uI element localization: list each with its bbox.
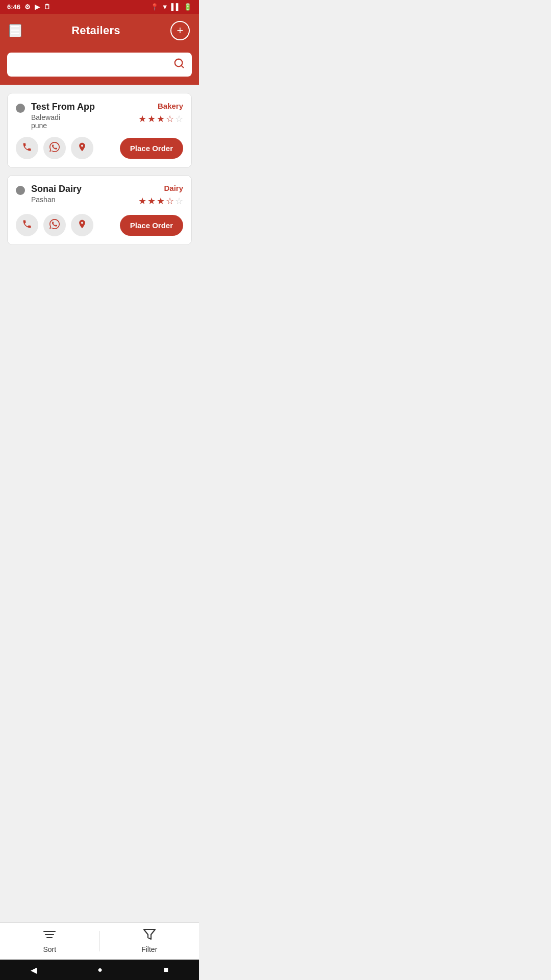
status-dot-1 bbox=[16, 104, 25, 113]
header: ☰ Retailers + bbox=[0, 14, 199, 47]
signal-icon: ▌▌ bbox=[171, 3, 181, 11]
svg-line-1 bbox=[181, 65, 183, 67]
retailer-card-2: Sonai Dairy Pashan Dairy ★ ★ ★ ☆ ☆ bbox=[7, 175, 192, 245]
shield-icon: ▶ bbox=[35, 3, 40, 11]
category-label-2: Dairy bbox=[164, 184, 183, 192]
retailer-city-1: pune bbox=[31, 121, 132, 130]
status-time: 6:46 bbox=[7, 3, 20, 11]
star-1-4: ☆ bbox=[166, 113, 174, 125]
clipboard-icon: 🗒 bbox=[44, 3, 51, 11]
place-order-button-1[interactable]: Place Order bbox=[120, 138, 183, 159]
location-button-1[interactable] bbox=[71, 137, 93, 159]
wifi-icon: ▼ bbox=[162, 3, 168, 11]
retailer-name-1: Test From App bbox=[31, 102, 132, 112]
action-icons-1 bbox=[16, 137, 93, 159]
star-1-3: ★ bbox=[157, 113, 165, 125]
card-right-2: Dairy ★ ★ ★ ☆ ☆ bbox=[138, 184, 183, 207]
star-2-4: ☆ bbox=[166, 195, 174, 207]
star-2-2: ★ bbox=[147, 195, 156, 207]
location-icon-2 bbox=[77, 219, 87, 232]
retailer-area-2: Pashan bbox=[31, 195, 132, 204]
card-info-2: Sonai Dairy Pashan bbox=[31, 184, 132, 204]
star-1-5: ☆ bbox=[175, 113, 183, 125]
retailer-name-2: Sonai Dairy bbox=[31, 184, 132, 194]
phone-icon-2 bbox=[22, 219, 32, 232]
add-retailer-button[interactable]: + bbox=[170, 21, 190, 40]
card-top-1: Test From App Balewadi pune Bakery ★ ★ ★… bbox=[16, 102, 183, 130]
search-box bbox=[7, 53, 192, 77]
page-title: Retailers bbox=[71, 24, 120, 37]
star-2-5: ☆ bbox=[175, 195, 183, 207]
category-label-1: Bakery bbox=[158, 102, 183, 110]
location-icon: 📍 bbox=[151, 3, 159, 11]
retailers-list: Test From App Balewadi pune Bakery ★ ★ ★… bbox=[0, 85, 199, 253]
status-dot-2 bbox=[16, 186, 25, 195]
location-icon-1 bbox=[77, 142, 87, 155]
star-2-1: ★ bbox=[138, 195, 146, 207]
whatsapp-button-1[interactable] bbox=[43, 137, 66, 159]
action-icons-2 bbox=[16, 214, 93, 236]
whatsapp-icon-1 bbox=[49, 142, 60, 155]
whatsapp-icon-2 bbox=[49, 219, 60, 232]
stars-1: ★ ★ ★ ☆ ☆ bbox=[138, 113, 183, 125]
card-bottom-2: Place Order bbox=[16, 214, 183, 236]
whatsapp-button-2[interactable] bbox=[43, 214, 66, 236]
search-container bbox=[0, 47, 199, 85]
place-order-button-2[interactable]: Place Order bbox=[120, 215, 183, 236]
search-input[interactable] bbox=[14, 60, 173, 69]
phone-icon-1 bbox=[22, 142, 32, 155]
call-button-2[interactable] bbox=[16, 214, 38, 236]
retailer-area-1: Balewadi bbox=[31, 113, 132, 121]
retailer-card: Test From App Balewadi pune Bakery ★ ★ ★… bbox=[7, 93, 192, 168]
card-bottom-1: Place Order bbox=[16, 137, 183, 159]
card-top-2: Sonai Dairy Pashan Dairy ★ ★ ★ ☆ ☆ bbox=[16, 184, 183, 207]
location-button-2[interactable] bbox=[71, 214, 93, 236]
settings-icon: ⚙ bbox=[24, 3, 31, 11]
menu-button[interactable]: ☰ bbox=[9, 24, 21, 37]
call-button-1[interactable] bbox=[16, 137, 38, 159]
stars-2: ★ ★ ★ ☆ ☆ bbox=[138, 195, 183, 207]
card-right-1: Bakery ★ ★ ★ ☆ ☆ bbox=[138, 102, 183, 125]
star-1-1: ★ bbox=[138, 113, 146, 125]
card-info-1: Test From App Balewadi pune bbox=[31, 102, 132, 130]
star-1-2: ★ bbox=[147, 113, 156, 125]
status-right: 📍 ▼ ▌▌ 🔋 bbox=[151, 3, 192, 11]
search-button[interactable] bbox=[173, 58, 185, 71]
status-left: 6:46 ⚙ ▶ 🗒 bbox=[7, 3, 51, 11]
battery-icon: 🔋 bbox=[184, 3, 192, 11]
status-bar: 6:46 ⚙ ▶ 🗒 📍 ▼ ▌▌ 🔋 bbox=[0, 0, 199, 14]
star-2-3: ★ bbox=[157, 195, 165, 207]
